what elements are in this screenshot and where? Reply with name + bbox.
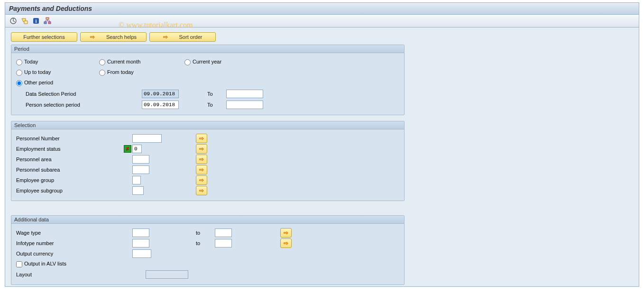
employment-status-label: Employment status	[16, 146, 113, 152]
app-toolbar: i	[5, 15, 639, 27]
info-icon[interactable]: i	[32, 17, 40, 25]
additional-data-legend: Additional data	[11, 216, 404, 224]
wage-type-to-label: to	[196, 230, 215, 236]
search-helps-label: Search helps	[106, 34, 137, 40]
radio-other-period[interactable]: Other period	[16, 80, 99, 86]
layout-label: Layout	[16, 272, 123, 277]
output-alv-checkbox[interactable]: Output in ALV lists	[16, 261, 66, 267]
execute-icon[interactable]	[9, 17, 18, 25]
period-group: Period Today Current month Current year …	[11, 45, 405, 115]
personnel-area-multiselect-button[interactable]: ⇨	[196, 155, 207, 164]
further-selections-label: Further selections	[23, 34, 64, 40]
svg-rect-7	[48, 22, 51, 24]
radio-from-today-label: From today	[107, 69, 134, 75]
svg-rect-5	[46, 18, 49, 19]
infotype-number-to-input[interactable]	[215, 239, 232, 247]
selection-group: Selection Personnel Number ⇨ Employment …	[11, 121, 405, 201]
employment-status-multiselect-button[interactable]: ⇨	[196, 144, 207, 154]
employee-subgroup-input[interactable]	[132, 186, 144, 195]
radio-other-period-label: Other period	[24, 80, 53, 85]
radio-from-today[interactable]: From today	[99, 69, 184, 76]
data-selection-from-input[interactable]	[142, 90, 179, 98]
person-selection-to-input[interactable]	[226, 101, 263, 109]
employee-group-label: Employee group	[16, 177, 113, 183]
radio-current-month[interactable]: Current month	[99, 59, 184, 65]
infotype-number-to-label: to	[196, 240, 215, 246]
arrow-icon: ⇨	[90, 34, 95, 40]
search-helps-button[interactable]: ⇨ Search helps	[80, 32, 147, 42]
page-title: Payments and Deductions	[5, 3, 639, 15]
wage-type-from-input[interactable]	[132, 229, 149, 237]
period-legend: Period	[11, 45, 404, 53]
employee-group-input[interactable]	[132, 176, 141, 184]
selection-legend: Selection	[11, 121, 404, 129]
personnel-subarea-multiselect-button[interactable]: ⇨	[196, 165, 207, 174]
personnel-area-label: Personnel area	[16, 156, 113, 162]
sort-order-label: Sort order	[179, 34, 202, 40]
radio-up-to-today-label: Up to today	[24, 69, 51, 75]
person-selection-to-label: To	[207, 102, 226, 108]
not-equal-icon[interactable]: ≠	[124, 145, 131, 153]
svg-line-2	[13, 21, 15, 22]
additional-data-group: Additional data Wage type to ⇨ Infotype …	[11, 215, 405, 285]
selection-buttons-row: Further selections ⇨ Search helps ⇨ Sort…	[11, 32, 633, 42]
data-structure-icon[interactable]	[43, 17, 52, 25]
personnel-subarea-input[interactable]	[132, 165, 149, 174]
data-selection-to-label: To	[207, 91, 226, 97]
personnel-number-input[interactable]	[132, 134, 162, 143]
personnel-number-label: Personnel Number	[16, 136, 113, 141]
data-selection-period-label: Data Selection Period	[16, 91, 99, 97]
get-variant-icon[interactable]	[20, 17, 29, 25]
svg-text:i: i	[35, 18, 37, 24]
radio-current-year[interactable]: Current year	[184, 59, 270, 65]
personnel-number-multiselect-button[interactable]: ⇨	[196, 134, 207, 143]
personnel-subarea-label: Personnel subarea	[16, 167, 113, 173]
infotype-number-label: Infotype number	[16, 240, 123, 246]
output-alv-label: Output in ALV lists	[24, 261, 66, 266]
wage-type-to-input[interactable]	[215, 229, 232, 237]
infotype-number-multiselect-button[interactable]: ⇨	[280, 238, 292, 248]
person-selection-period-label: Person selection period	[16, 102, 99, 108]
layout-input	[146, 270, 188, 279]
further-selections-button[interactable]: Further selections	[11, 32, 77, 42]
svg-rect-6	[44, 22, 46, 24]
app-window: Payments and Deductions i Further select…	[5, 2, 639, 287]
employee-group-multiselect-button[interactable]: ⇨	[196, 175, 207, 185]
arrow-icon: ⇨	[163, 34, 168, 40]
employee-subgroup-multiselect-button[interactable]: ⇨	[196, 186, 207, 195]
wage-type-multiselect-button[interactable]: ⇨	[280, 228, 292, 238]
radio-today-label: Today	[24, 59, 38, 64]
output-currency-label: Output currency	[16, 251, 123, 256]
radio-current-year-label: Current year	[193, 59, 221, 64]
content-area: Further selections ⇨ Search helps ⇨ Sort…	[5, 27, 639, 286]
sort-order-button[interactable]: ⇨ Sort order	[149, 32, 216, 42]
radio-today[interactable]: Today	[16, 59, 99, 65]
employment-status-input[interactable]	[132, 145, 142, 153]
wage-type-label: Wage type	[16, 230, 123, 236]
person-selection-from-input[interactable]	[142, 101, 179, 109]
output-currency-input[interactable]	[132, 249, 151, 258]
personnel-area-input[interactable]	[132, 155, 149, 164]
employee-subgroup-label: Employee subgroup	[16, 188, 113, 193]
radio-up-to-today[interactable]: Up to today	[16, 69, 99, 76]
infotype-number-from-input[interactable]	[132, 239, 149, 247]
data-selection-to-input[interactable]	[226, 90, 263, 98]
radio-current-month-label: Current month	[107, 59, 140, 64]
